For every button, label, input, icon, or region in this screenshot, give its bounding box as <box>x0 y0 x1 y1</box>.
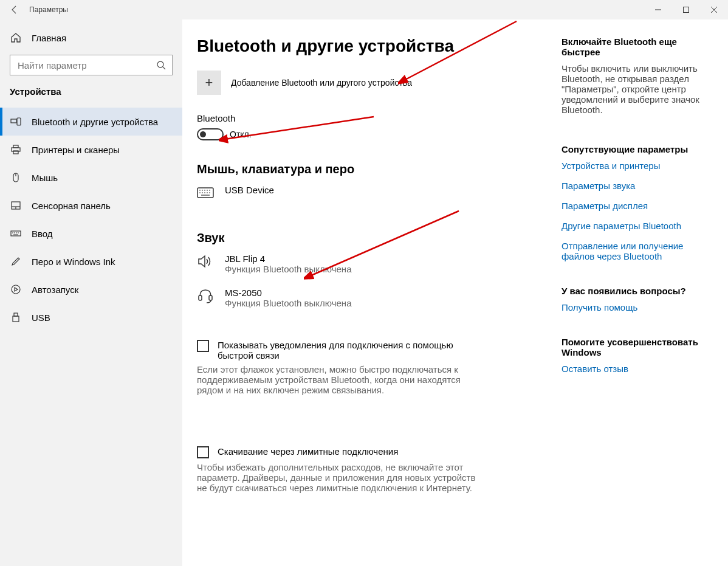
search-icon <box>156 60 166 70</box>
sidebar-item-pen[interactable]: Перо и Windows Ink <box>0 247 182 275</box>
link-devices-printers[interactable]: Устройства и принтеры <box>561 160 713 171</box>
back-button[interactable] <box>0 0 29 19</box>
search-box[interactable] <box>10 55 173 75</box>
sidebar-item-label: USB <box>32 312 50 323</box>
device-ms2050-row[interactable]: MS-2050 Функция Bluetooth выключена <box>197 288 537 308</box>
nav-home-label: Главная <box>32 33 66 43</box>
device-jbl-row[interactable]: JBL Flip 4 Функция Bluetooth выключена <box>197 254 537 274</box>
bluetooth-toggle[interactable] <box>197 128 224 140</box>
window-controls <box>644 0 728 19</box>
keyboard-icon <box>10 227 22 240</box>
aside-tip-text: Чтобы включить или выключить Bluetooth, … <box>561 63 713 115</box>
metered-description: Чтобы избежать дополнительных расходов, … <box>197 462 476 493</box>
home-icon <box>10 32 22 44</box>
close-button[interactable] <box>700 0 728 19</box>
device-usb-row[interactable]: USB Device <box>197 185 537 199</box>
svg-point-4 <box>157 61 163 67</box>
window-title: Параметры <box>29 5 68 14</box>
sidebar-section-heading: Устройства <box>0 86 182 108</box>
aside-panel: Включайте Bluetooth еще быстрее Чтобы вк… <box>561 36 713 566</box>
minimize-button[interactable] <box>644 0 672 19</box>
autoplay-icon <box>10 283 22 295</box>
svg-rect-9 <box>13 145 18 148</box>
mouse-icon <box>10 171 22 184</box>
link-more-bluetooth[interactable]: Другие параметры Bluetooth <box>561 221 713 231</box>
sidebar-item-label: Bluetooth и другие устройства <box>32 117 158 127</box>
link-display-settings[interactable]: Параметры дисплея <box>561 201 713 211</box>
page-title: Bluetooth и другие устройства <box>197 36 537 56</box>
device-status: Функция Bluetooth выключена <box>225 298 352 308</box>
device-name: JBL Flip 4 <box>225 254 352 264</box>
sidebar-item-label: Автозапуск <box>32 285 78 295</box>
headset-icon <box>197 288 214 302</box>
group-mouse-heading: Мышь, клавиатура и перо <box>197 162 537 176</box>
search-input[interactable] <box>16 60 156 71</box>
svg-rect-37 <box>199 295 202 300</box>
maximize-button[interactable] <box>672 0 700 19</box>
svg-rect-6 <box>11 119 16 123</box>
usb-icon <box>10 311 22 323</box>
svg-rect-1 <box>684 7 689 13</box>
aside-help-title: У вас появились вопросы? <box>561 286 713 296</box>
svg-line-5 <box>163 67 165 69</box>
quick-pair-description: Если этот флажок установлен, можно быстр… <box>197 364 476 395</box>
sidebar-item-mouse[interactable]: Мышь <box>0 164 182 192</box>
touchpad-icon <box>10 199 22 212</box>
svg-rect-24 <box>13 316 19 322</box>
device-name: MS-2050 <box>225 288 352 298</box>
sidebar-item-printers[interactable]: Принтеры и сканеры <box>0 136 182 164</box>
add-device-label: Добавление Bluetooth или другого устройс… <box>231 78 412 88</box>
sidebar-item-label: Мышь <box>32 173 58 183</box>
bluetooth-state: Откл. <box>230 129 252 139</box>
svg-rect-38 <box>209 295 212 300</box>
devices-icon <box>10 116 22 128</box>
link-get-help[interactable]: Получить помощь <box>561 302 713 312</box>
link-sound-settings[interactable]: Параметры звука <box>561 181 713 191</box>
svg-rect-23 <box>14 313 18 316</box>
link-send-receive-bt[interactable]: Отправление или получение файлов через B… <box>561 241 713 261</box>
titlebar: Параметры <box>0 0 728 19</box>
sidebar: Главная Устройства Bluetooth и другие ус… <box>0 19 182 566</box>
sidebar-item-label: Перо и Windows Ink <box>32 257 115 267</box>
nav-home[interactable]: Главная <box>0 32 182 55</box>
metered-checkbox[interactable] <box>197 446 209 458</box>
sidebar-item-label: Сенсорная панель <box>32 201 111 211</box>
speaker-icon <box>197 254 214 268</box>
sidebar-item-bluetooth[interactable]: Bluetooth и другие устройства <box>0 108 182 136</box>
sidebar-item-usb[interactable]: USB <box>0 303 182 331</box>
bluetooth-heading: Bluetooth <box>197 113 537 123</box>
svg-rect-16 <box>11 231 21 236</box>
sidebar-item-autoplay[interactable]: Автозапуск <box>0 275 182 303</box>
pen-icon <box>10 255 22 267</box>
link-feedback[interactable]: Оставить отзыв <box>561 364 713 374</box>
sidebar-item-label: Ввод <box>32 229 53 239</box>
keyboard-icon <box>197 185 214 199</box>
aside-feedback-title: Помогите усовершенствовать Windows <box>561 337 713 357</box>
svg-point-22 <box>12 285 20 294</box>
sidebar-item-typing[interactable]: Ввод <box>0 219 182 247</box>
device-status: Функция Bluetooth выключена <box>225 264 352 274</box>
metered-label: Скачивание через лимитные подключения <box>218 446 398 458</box>
add-device-row[interactable]: + Добавление Bluetooth или другого устро… <box>197 71 537 95</box>
svg-rect-7 <box>17 118 21 125</box>
sidebar-item-touchpad[interactable]: Сенсорная панель <box>0 192 182 219</box>
quick-pair-label: Показывать уведомления для подключения с… <box>218 340 473 361</box>
quick-pair-checkbox[interactable] <box>197 340 209 352</box>
add-device-button[interactable]: + <box>197 71 221 95</box>
plus-icon: + <box>205 75 213 91</box>
aside-related-title: Сопутствующие параметры <box>561 144 713 154</box>
aside-tip-title: Включайте Bluetooth еще быстрее <box>561 36 713 57</box>
printer-icon <box>10 143 22 156</box>
main-content: Bluetooth и другие устройства + Добавлен… <box>182 19 728 566</box>
device-name: USB Device <box>225 185 274 195</box>
sidebar-item-label: Принтеры и сканеры <box>32 145 120 155</box>
group-sound-heading: Звук <box>197 231 537 245</box>
